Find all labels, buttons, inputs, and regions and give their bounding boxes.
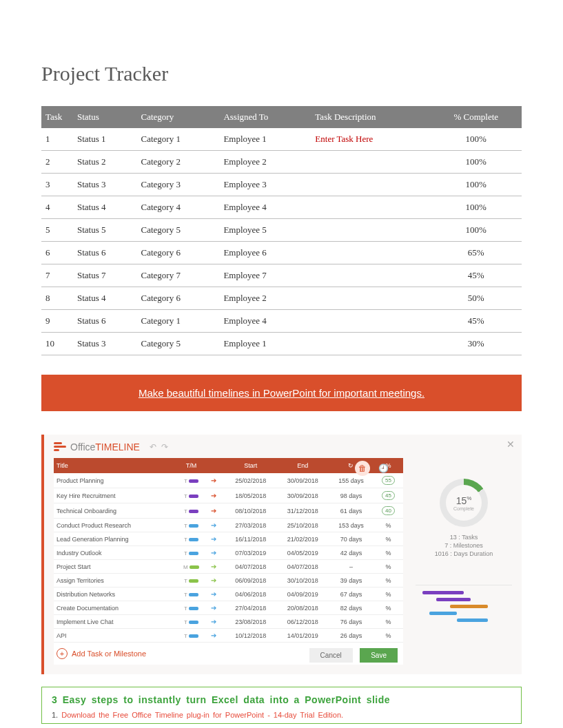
ot-cell-tm: T (180, 473, 202, 488)
cell-description[interactable] (311, 333, 430, 355)
clock-icon[interactable]: 🕘 (376, 461, 391, 476)
ot-cell-start: 16/11/2018 (225, 532, 277, 546)
cell-description[interactable] (311, 310, 430, 333)
ot-th-tm: T/M (180, 458, 202, 473)
add-task-button[interactable]: + Add Task or Milestone (54, 643, 149, 665)
ot-cell-title: Create Documentation (54, 601, 180, 615)
arrow-icon: ➔ (203, 629, 225, 643)
ot-cell-tm: T (180, 546, 202, 560)
ot-cell-dur: 39 days (329, 574, 373, 587)
cell-complete: 45% (431, 310, 522, 333)
table-row: 5Status 5Category 5Employee 5100% (41, 219, 522, 242)
ot-cell-tm: T (180, 503, 202, 519)
ot-cell-pct: % (373, 601, 403, 615)
ot-cell-start: 06/09/2018 (225, 574, 277, 587)
cell-status: Status 3 (73, 333, 137, 355)
ot-cell-dur: 82 days (329, 601, 373, 615)
cell-assigned: Employee 5 (219, 219, 311, 242)
promo-banner[interactable]: Make beautiful timelines in PowerPoint f… (41, 375, 522, 411)
cell-category: Category 6 (137, 287, 220, 310)
ot-cell-tm: M (180, 560, 202, 574)
ot-row[interactable]: Lead Generation PlanningT ➔16/11/201821/… (54, 532, 403, 546)
ot-cell-pct: % (373, 587, 403, 601)
ot-cell-start: 23/08/2018 (225, 615, 277, 629)
arrow-icon: ➔ (203, 574, 225, 587)
ot-row[interactable]: Conduct Product ResearchT ➔27/03/201825/… (54, 519, 403, 532)
cell-status: Status 7 (73, 264, 137, 287)
ot-row[interactable]: Industry OutlookT ➔07/03/201904/05/20194… (54, 546, 403, 560)
cell-description[interactable] (311, 151, 430, 174)
cell-category: Category 2 (137, 151, 220, 174)
ot-row[interactable]: Product PlanningT ➔25/02/201830/09/20181… (54, 473, 403, 488)
stat-line: 13 : Tasks (416, 534, 512, 541)
cell-category: Category 5 (137, 333, 220, 355)
ot-cell-tm: T (180, 629, 202, 643)
cell-task: 8 (41, 287, 73, 310)
ot-cell-start: 08/10/2018 (225, 503, 277, 519)
ot-row[interactable]: Distribution NetworksT ➔04/06/201804/09/… (54, 587, 403, 601)
steps-box: 3 Easy steps to instantly turn Excel dat… (41, 687, 522, 724)
ot-cell-title: Key Hire Recruitment (54, 488, 180, 503)
ot-cell-dur: 67 days (329, 587, 373, 601)
ot-cell-end: 04/09/2019 (277, 587, 329, 601)
ot-cell-title: Industry Outlook (54, 546, 180, 560)
ot-cell-title: API (54, 629, 180, 643)
cell-category: Category 5 (137, 219, 220, 242)
cell-status: Status 2 (73, 151, 137, 174)
ot-row[interactable]: Implement Live ChatT ➔23/08/201806/12/20… (54, 615, 403, 629)
cell-status: Status 3 (73, 174, 137, 196)
cell-status: Status 6 (73, 242, 137, 264)
steps-title: 3 Easy steps to instantly turn Excel dat… (52, 694, 511, 705)
ot-cell-end: 30/09/2018 (277, 488, 329, 503)
ot-row[interactable]: Technical OnboardingT ➔08/10/201831/12/2… (54, 503, 403, 519)
cell-complete: 50% (431, 287, 522, 310)
th-description: Task Description (311, 106, 430, 128)
cell-complete: 100% (431, 151, 522, 174)
cell-description[interactable] (311, 174, 430, 196)
th-status: Status (73, 106, 137, 128)
cell-task: 10 (41, 333, 73, 355)
ot-cell-title: Technical Onboarding (54, 503, 180, 519)
ot-row[interactable]: Assign TerritoriesT ➔06/09/201830/10/201… (54, 574, 403, 587)
cell-task: 9 (41, 310, 73, 333)
cell-status: Status 4 (73, 196, 137, 219)
ot-row[interactable]: Key Hire RecruitmentT ➔18/05/201830/09/2… (54, 488, 403, 503)
ot-cell-start: 27/04/2018 (225, 601, 277, 615)
cell-description[interactable]: Enter Task Here (311, 128, 430, 151)
ot-cell-tm: T (180, 488, 202, 503)
ot-cell-end: 04/05/2019 (277, 546, 329, 560)
cancel-button[interactable]: Cancel (309, 648, 353, 663)
cell-description[interactable] (311, 196, 430, 219)
ot-cell-title: Implement Live Chat (54, 615, 180, 629)
ot-cell-start: 10/12/2018 (225, 629, 277, 643)
trash-icon[interactable]: 🗑 (355, 461, 370, 476)
ot-row[interactable]: Create DocumentationT ➔27/04/201820/08/2… (54, 601, 403, 615)
ot-cell-title: Lead Generation Planning (54, 532, 180, 546)
th-assigned: Assigned To (219, 106, 311, 128)
summary-sidebar: 15%Complete 13 : Tasks7 : Milestones1016… (416, 458, 512, 665)
cell-complete: 100% (431, 174, 522, 196)
table-row: 8Status 4Category 6Employee 250% (41, 287, 522, 310)
table-row: 7Status 7Category 7Employee 745% (41, 264, 522, 287)
ot-cell-pct: % (373, 574, 403, 587)
cell-description[interactable] (311, 287, 430, 310)
table-row: 1Status 1Category 1Employee 1Enter Task … (41, 128, 522, 151)
ot-cell-pct: % (373, 532, 403, 546)
cell-description[interactable] (311, 264, 430, 287)
cell-assigned: Employee 1 (219, 333, 311, 355)
undo-redo-icons[interactable]: ↶ ↷ (150, 442, 170, 452)
steps-line-1[interactable]: 1. Download the Free Office Timeline plu… (52, 711, 511, 719)
cell-description[interactable] (311, 219, 430, 242)
cell-status: Status 4 (73, 287, 137, 310)
ot-row[interactable]: APIT ➔10/12/201814/01/201926 days% (54, 629, 403, 643)
close-icon[interactable]: ✕ (506, 439, 515, 450)
cell-task: 5 (41, 219, 73, 242)
cell-task: 2 (41, 151, 73, 174)
ot-cell-title: Conduct Product Research (54, 519, 180, 532)
cell-description[interactable] (311, 242, 430, 264)
cell-assigned: Employee 4 (219, 310, 311, 333)
ot-row[interactable]: Project StartM ➔04/07/201804/07/2018–% (54, 560, 403, 574)
cell-complete: 30% (431, 333, 522, 355)
ot-th-end: End (277, 458, 329, 473)
save-button[interactable]: Save (360, 648, 398, 663)
